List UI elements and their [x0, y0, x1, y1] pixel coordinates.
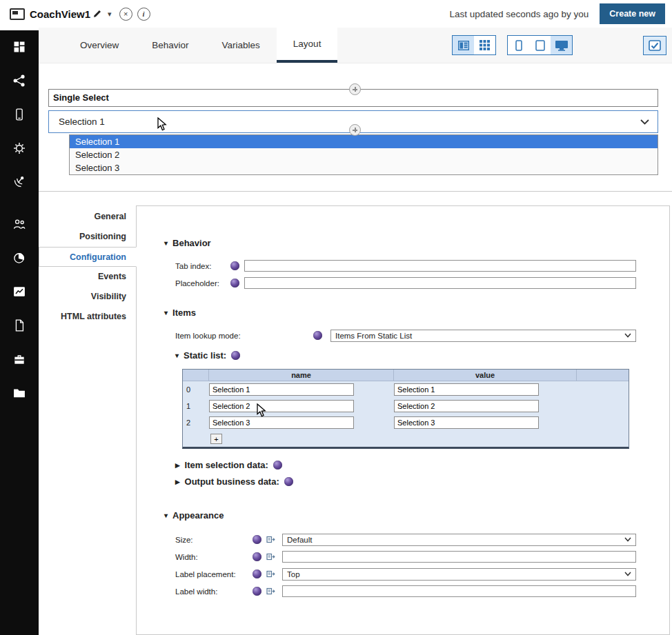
- last-updated-text: Last updated seconds ago by you: [449, 9, 589, 19]
- tab-behavior[interactable]: Behavior: [135, 28, 205, 63]
- table-row[interactable]: 1: [183, 398, 629, 414]
- static-list-header[interactable]: ▾ Static list:: [164, 350, 669, 361]
- insert-below-icon[interactable]: [349, 124, 361, 136]
- size-row: Size: Default: [164, 533, 669, 546]
- items-section-header[interactable]: ▾ Items: [164, 308, 669, 318]
- static-list-binding-globe-icon[interactable]: [231, 351, 240, 360]
- selected-value-text: Selection 1: [59, 117, 105, 127]
- add-item-button[interactable]: +: [210, 434, 222, 444]
- form-view-button[interactable]: [453, 36, 474, 54]
- row-name-input[interactable]: [209, 383, 354, 396]
- label-width-label: Label width:: [175, 587, 253, 596]
- width-binding-globe-icon[interactable]: [253, 552, 261, 561]
- appearance-section-title: Appearance: [172, 510, 224, 521]
- layout-canvas[interactable]: Single Select Selection 1 Selection 1 Se…: [39, 63, 672, 192]
- style-binding-icon[interactable]: [266, 587, 275, 596]
- tab-index-label: Tab index:: [175, 262, 230, 270]
- close-button[interactable]: ×: [119, 8, 132, 21]
- sidebar-item-files[interactable]: [11, 385, 28, 401]
- row-value-input[interactable]: [394, 383, 539, 396]
- tab-index-binding-globe-icon[interactable]: [230, 261, 239, 270]
- tab-variables[interactable]: Variables: [206, 28, 277, 63]
- select-options-list: Selection 1 Selection 2 Selection 3: [69, 134, 658, 175]
- editor-tabs: Overview Behavior Variables Layout: [63, 28, 337, 63]
- option-selection-3[interactable]: Selection 3: [70, 161, 658, 174]
- sidebar-item-dashboard[interactable]: [11, 39, 28, 54]
- sidebar-item-reports[interactable]: [11, 250, 28, 265]
- option-selection-2[interactable]: Selection 2: [70, 148, 658, 161]
- item-selection-binding-globe-icon[interactable]: [273, 461, 282, 470]
- briefcase-icon: [12, 352, 26, 366]
- label-width-row: Label width:: [164, 585, 669, 598]
- prop-tab-positioning[interactable]: Positioning: [39, 227, 136, 247]
- size-select[interactable]: Default: [282, 534, 636, 546]
- insert-above-icon[interactable]: [349, 83, 361, 95]
- row-value-input[interactable]: [394, 400, 539, 412]
- sidebar-item-settings[interactable]: [11, 141, 28, 156]
- sidebar-item-performance[interactable]: [11, 284, 28, 299]
- output-business-binding-globe-icon[interactable]: [284, 477, 293, 486]
- sidebar-item-toolkits[interactable]: [11, 352, 28, 367]
- prop-tab-html-attributes[interactable]: HTML attributes: [39, 307, 136, 327]
- label-placement-label: Label placement:: [175, 570, 253, 578]
- output-business-data-header[interactable]: ▸ Output business data:: [164, 476, 669, 487]
- appearance-section-header[interactable]: ▾ Appearance: [164, 510, 669, 521]
- size-binding-globe-icon[interactable]: [253, 535, 261, 544]
- style-binding-icon[interactable]: [266, 552, 275, 561]
- create-new-button[interactable]: Create new: [600, 3, 665, 24]
- add-row-container: +: [183, 431, 629, 447]
- width-input[interactable]: [282, 551, 636, 563]
- table-row[interactable]: 0: [183, 381, 629, 398]
- placeholder-input[interactable]: [244, 277, 636, 289]
- row-name-input[interactable]: [209, 416, 354, 429]
- title-dropdown-chevron-icon[interactable]: ▾: [108, 10, 112, 19]
- style-binding-icon[interactable]: [266, 570, 275, 578]
- item-lookup-mode-row: Item lookup mode: Items From Static List: [164, 329, 669, 342]
- item-lookup-binding-globe-icon[interactable]: [313, 331, 322, 340]
- tab-overview[interactable]: Overview: [63, 28, 135, 63]
- label-placement-select[interactable]: Top: [282, 568, 636, 581]
- label-width-binding-globe-icon[interactable]: [253, 587, 261, 596]
- item-lookup-mode-select[interactable]: Items From Static List: [330, 330, 636, 342]
- prop-tab-configuration[interactable]: Configuration: [39, 247, 137, 267]
- row-value-input[interactable]: [394, 416, 539, 429]
- prop-tab-visibility[interactable]: Visibility: [39, 287, 136, 307]
- behavior-section-header[interactable]: ▾ Behavior: [164, 238, 669, 248]
- width-label: Width:: [175, 553, 253, 561]
- validation-toggle-button[interactable]: [643, 36, 666, 55]
- desktop-preview-button[interactable]: [551, 36, 572, 54]
- grid-view-button[interactable]: [474, 36, 495, 54]
- tablet-preview-button[interactable]: [529, 36, 551, 54]
- size-value: Default: [287, 536, 312, 544]
- style-binding-icon[interactable]: [266, 535, 275, 544]
- static-list-table: name value 0 1 2 +: [182, 369, 629, 449]
- expanded-triangle-icon: ▾: [164, 239, 168, 247]
- label-placement-binding-globe-icon[interactable]: [253, 570, 261, 578]
- label-width-input[interactable]: [282, 585, 636, 597]
- table-row[interactable]: 2: [183, 414, 629, 431]
- info-button[interactable]: i: [137, 8, 150, 21]
- prop-tab-events[interactable]: Events: [39, 267, 136, 287]
- tab-layout[interactable]: Layout: [277, 28, 338, 63]
- option-selection-1[interactable]: Selection 1: [70, 135, 658, 148]
- item-selection-data-header[interactable]: ▸ Item selection data:: [164, 460, 669, 470]
- sidebar-item-team[interactable]: [11, 216, 28, 232]
- sidebar-item-services[interactable]: [11, 174, 28, 190]
- output-business-data-title: Output business data:: [185, 476, 279, 487]
- gear-icon: [12, 141, 26, 155]
- edit-title-pencil-icon[interactable]: [93, 10, 101, 18]
- phone-preview-button[interactable]: [508, 36, 529, 54]
- sidebar-item-documents[interactable]: [11, 318, 28, 333]
- expanded-triangle-icon: ▾: [175, 352, 179, 359]
- configuration-panel: ▾ Behavior Tab index: Placeholder: ▾ Ite…: [136, 205, 670, 635]
- sidebar-item-mobile[interactable]: [11, 107, 28, 122]
- size-label: Size:: [175, 536, 253, 544]
- placeholder-binding-globe-icon[interactable]: [230, 279, 239, 288]
- row-name-input[interactable]: [209, 400, 354, 412]
- prop-tab-general[interactable]: General: [39, 207, 136, 227]
- process-flow-icon: [12, 74, 26, 88]
- row-index: 2: [183, 419, 209, 427]
- sidebar-item-processes[interactable]: [11, 73, 28, 88]
- tab-index-input[interactable]: [244, 260, 636, 272]
- expanded-triangle-icon: ▾: [164, 309, 168, 316]
